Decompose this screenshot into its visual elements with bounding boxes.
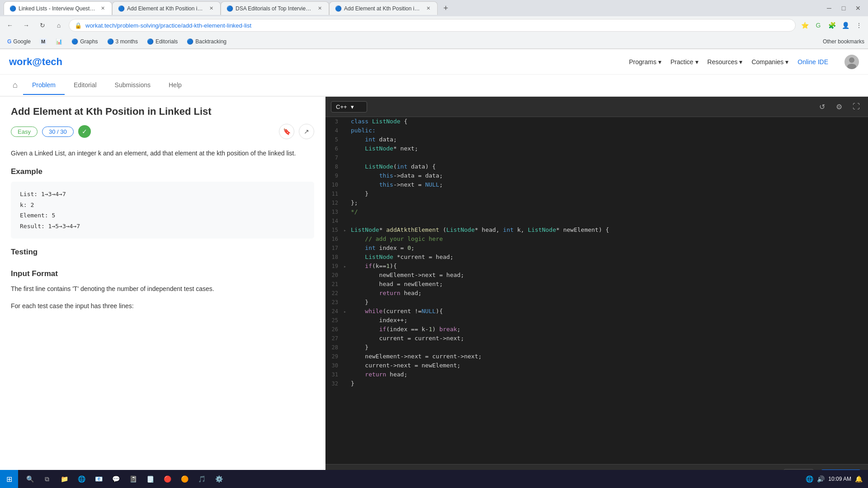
home-tab-icon[interactable]: ⌂ — [7, 75, 23, 95]
code-line-5: 5 int data; — [326, 135, 868, 144]
code-line-24: 24 ▸ while(current !=NULL){ — [326, 307, 868, 316]
share-icon[interactable]: ↗ — [299, 124, 314, 139]
taskbar-app4[interactable]: ⚙️ — [211, 471, 227, 487]
notification-icon[interactable]: 🔔 — [855, 475, 863, 483]
input-format-text2: For each test case the input has three l… — [11, 301, 314, 311]
taskbar-explorer[interactable]: 📁 — [56, 471, 72, 487]
tab-help[interactable]: Help — [160, 76, 191, 95]
start-button[interactable]: ⊞ — [0, 470, 18, 488]
programs-menu[interactable]: Programs ▾ — [629, 58, 661, 66]
chart-icon: 📊 — [56, 38, 62, 45]
testing-title: Testing — [11, 248, 314, 257]
problem-tabs: ⌂ Problem Editorial Submissions Help — [0, 75, 868, 96]
practice-chevron-icon: ▾ — [695, 58, 698, 66]
tab-3-favicon: 🔵 — [226, 5, 233, 12]
code-line-25: 25 index++; — [326, 316, 868, 325]
tab-2-close[interactable]: ✕ — [208, 5, 215, 12]
tab-3[interactable]: 🔵 DSA Editorials of Top Interview Q... ✕ — [221, 1, 329, 15]
code-line-6: 6 ListNode* next; — [326, 144, 868, 153]
code-line-3: 3 class ListNode { — [326, 117, 868, 126]
taskbar-search[interactable]: 🔍 — [22, 471, 38, 487]
extensions-icon[interactable]: ⭐ — [799, 20, 810, 31]
taskbar-notepad[interactable]: 📓 — [125, 471, 141, 487]
settings-icon[interactable]: ⚙ — [833, 100, 845, 113]
url-bar[interactable]: 🔒 workat.tech/problem-solving/practice/a… — [69, 19, 796, 32]
bookmark-google-label: Google — [13, 38, 31, 45]
bookmark-3months[interactable]: 🔵 3 months — [104, 38, 142, 46]
bookmark-backtracking[interactable]: 🔵 Backtracking — [183, 38, 230, 46]
tab-submissions[interactable]: Submissions — [106, 76, 160, 95]
tab-3-close[interactable]: ✕ — [316, 5, 323, 12]
fullscreen-icon[interactable]: ⛶ — [850, 100, 863, 113]
site-logo: work@tech — [9, 56, 62, 68]
taskbar-app3[interactable]: 🎵 — [193, 471, 210, 487]
code-line-19: 19 ▸ if(k==1){ — [326, 262, 868, 271]
bookmark-3months-label: 3 months — [116, 38, 138, 45]
code-area[interactable]: 3 class ListNode { 4 public: 5 int data;… — [326, 117, 868, 464]
tab-1-label: Linked Lists - Interview Question... — [19, 5, 96, 12]
code-line-21: 21 head = newElement; — [326, 280, 868, 289]
companies-menu[interactable]: Companies ▾ — [751, 58, 788, 66]
bookmark-graphs-label: Graphs — [80, 38, 98, 45]
taskbar: ⊞ 🔍 ⧉ 📁 🌐 📧 💬 📓 🗒️ 🔴 🟠 🎵 ⚙️ 🌐 🔊 10:09 AM… — [0, 470, 868, 488]
other-bookmarks[interactable]: Other bookmarks — [823, 38, 864, 45]
user-avatar[interactable] — [844, 55, 859, 69]
language-selector[interactable]: C++ ▾ — [331, 101, 367, 113]
close-button[interactable]: ✕ — [852, 2, 864, 14]
bookmark-icon[interactable]: 🔖 — [279, 124, 294, 139]
editor-tools: ↺ ⚙ ⛶ — [816, 100, 863, 113]
new-tab-button[interactable]: + — [439, 2, 452, 14]
profile-icon[interactable]: 👤 — [840, 20, 851, 31]
logo-at: @ — [32, 56, 42, 67]
taskbar-icons: 🔍 ⧉ 📁 🌐 📧 💬 📓 🗒️ 🔴 🟠 🎵 ⚙️ — [18, 471, 231, 487]
forward-button[interactable]: → — [20, 19, 33, 32]
reload-button[interactable]: ↻ — [36, 19, 49, 32]
resources-chevron-icon: ▾ — [739, 58, 742, 66]
minimize-button[interactable]: ─ — [823, 2, 835, 14]
taskbar-sticky[interactable]: 🗒️ — [142, 471, 158, 487]
online-ide-link[interactable]: Online IDE — [797, 58, 828, 66]
taskbar-mail[interactable]: 📧 — [90, 471, 107, 487]
tab-1[interactable]: 🔵 Linked Lists - Interview Question... ✕ — [4, 1, 112, 15]
taskbar-teams[interactable]: 💬 — [108, 471, 124, 487]
left-panel: Add Element at Kth Position in Linked Li… — [0, 97, 326, 488]
bookmark-m[interactable]: M — [36, 38, 50, 46]
home-nav-button[interactable]: ⌂ — [52, 19, 65, 32]
taskbar-browser[interactable]: 🌐 — [73, 471, 90, 487]
back-button[interactable]: ← — [4, 19, 16, 32]
code-line-13: 13 */ — [326, 207, 868, 216]
months-favicon: 🔵 — [107, 38, 114, 45]
code-line-8: 8 ListNode(int data) { — [326, 162, 868, 171]
menu-icon[interactable]: ⋮ — [854, 20, 864, 31]
grammarly-icon[interactable]: G — [813, 20, 824, 31]
resources-menu[interactable]: Resources ▾ — [708, 58, 743, 66]
reset-icon[interactable]: ↺ — [816, 100, 828, 113]
tab-1-close[interactable]: ✕ — [99, 5, 106, 12]
tab-editorial[interactable]: Editorial — [65, 76, 106, 95]
extensions-button[interactable]: 🧩 — [826, 20, 837, 31]
tab-4[interactable]: 🔵 Add Element at Kth Position in Li... ✕ — [329, 1, 438, 15]
bookmark-editorials[interactable]: 🔵 Editorials — [143, 38, 181, 46]
taskbar-taskview[interactable]: ⧉ — [39, 471, 55, 487]
bookmark-chart[interactable]: 📊 — [52, 38, 66, 46]
code-editor: C++ ▾ ↺ ⚙ ⛶ 3 class ListNode { 4 public: — [326, 97, 868, 488]
taskbar-app1[interactable]: 🔴 — [159, 471, 175, 487]
tab-4-favicon: 🔵 — [335, 5, 341, 12]
example-result: Result: 1→5→3→4→7 — [20, 221, 305, 231]
tab-2[interactable]: 🔵 Add Element at Kth Position in L... ✕ — [112, 1, 221, 15]
tab-4-close[interactable]: ✕ — [425, 5, 432, 12]
tab-problem[interactable]: Problem — [23, 76, 65, 95]
bookmark-google[interactable]: G Google — [4, 38, 34, 46]
code-line-26: 26 if(index == k-1) break; — [326, 325, 868, 334]
taskbar-app2[interactable]: 🟠 — [176, 471, 193, 487]
practice-menu[interactable]: Practice ▾ — [670, 58, 698, 66]
bookmark-graphs[interactable]: 🔵 Graphs — [68, 38, 101, 46]
example-element: Element: 5 — [20, 210, 305, 221]
address-bar: ← → ↻ ⌂ 🔒 workat.tech/problem-solving/pr… — [0, 16, 868, 34]
code-line-9: 9 this->data = data; — [326, 171, 868, 180]
maximize-button[interactable]: □ — [837, 2, 850, 14]
code-line-27: 27 current = current->next; — [326, 334, 868, 343]
tab-bar: 🔵 Linked Lists - Interview Question... ✕… — [0, 0, 868, 16]
m-favicon: M — [40, 38, 47, 45]
code-line-11: 11 } — [326, 189, 868, 198]
